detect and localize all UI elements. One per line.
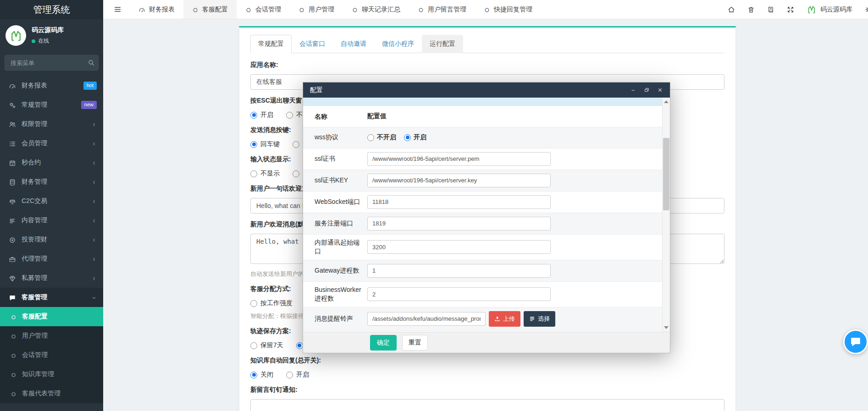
tab-general-config[interactable]: 常规配置 — [250, 35, 292, 53]
scroll-down-icon[interactable] — [664, 326, 669, 329]
businessworker-process-input[interactable] — [367, 287, 551, 301]
customer-service-submenu: 客服配置 用户管理 会话管理 知识库管理 客服代表管理 — [0, 307, 103, 403]
list-icon — [8, 139, 17, 147]
wss-off-radio[interactable]: 不开启 — [367, 133, 396, 142]
tab-auto-invite[interactable]: 自动邀请 — [333, 35, 374, 53]
sidebar-item-general-manage[interactable]: 常规管理 new — [0, 95, 103, 115]
kb-on-radio[interactable]: 开启 — [286, 371, 309, 379]
sidebar-toggle-button[interactable] — [103, 0, 130, 19]
sidebar-item-session-manage[interactable]: 会话管理 — [0, 345, 103, 365]
reset-button[interactable]: 重置 — [402, 335, 428, 351]
tab-run-config[interactable]: 运行配置 — [422, 35, 463, 53]
message-sound-input[interactable] — [367, 312, 486, 326]
sidebar-item-c2c-trade[interactable]: C2C交易 — [0, 192, 103, 211]
sidebar-item-seconds-contract[interactable]: 秒合约 — [0, 153, 103, 172]
chevron-left-icon — [91, 159, 97, 166]
modal-scrollbar[interactable] — [662, 98, 670, 332]
navtab-finance-report[interactable]: 财务报表 — [130, 0, 183, 19]
chevron-left-icon — [91, 236, 97, 243]
tab-session-window[interactable]: 会话窗口 — [292, 35, 333, 53]
esc-on-radio[interactable]: 开启 — [250, 111, 273, 119]
calendar-icon — [8, 159, 17, 166]
navtab-kefu-config[interactable]: 客服配置 — [183, 0, 237, 19]
scrollbar-thumb[interactable] — [663, 138, 669, 210]
modal-config-table: 名称 配置值 wss协议 不开启 开启 ssl证书 ssl证书KEY WebSo… — [303, 106, 662, 332]
sidebar-menu: 财务报表 hot 常规管理 new 权限管理 会员管理 秒合约 财务管理 — [0, 76, 103, 403]
sidebar-item-permission-manage[interactable]: 权限管理 — [0, 115, 103, 134]
sidebar-item-finance-manage[interactable]: 财务管理 — [0, 172, 103, 192]
gear-icon[interactable] — [865, 5, 868, 13]
menu-search-input[interactable] — [5, 55, 99, 71]
gateway-process-input[interactable] — [367, 264, 551, 278]
hot-badge: hot — [83, 82, 97, 89]
table-row: BusinessWorker进程数 — [303, 281, 662, 307]
wss-on-radio[interactable]: 开启 — [404, 133, 426, 142]
sidebar-item-agent-rep-manage[interactable]: 客服代表管理 — [0, 384, 103, 403]
log-book-icon[interactable] — [767, 5, 774, 13]
chevron-left-icon — [91, 217, 97, 224]
choose-button[interactable]: 选择 — [524, 311, 555, 327]
table-row: ssl证书KEY — [303, 170, 662, 191]
close-icon[interactable] — [657, 87, 663, 93]
minimize-icon[interactable] — [630, 87, 636, 93]
brand-link[interactable]: 码云源码库 — [807, 5, 852, 15]
sidebar-item-customer-service[interactable]: 客服管理 — [0, 288, 103, 307]
internal-port-input[interactable] — [367, 240, 551, 254]
circle-icon — [352, 5, 358, 13]
circle-icon — [9, 351, 17, 359]
user-status: 在线 — [38, 37, 49, 45]
gauge-icon — [138, 5, 145, 13]
ssl-key-input[interactable] — [367, 174, 551, 187]
modal-header[interactable]: 配置 — [303, 82, 670, 98]
upload-button[interactable]: 上传 — [489, 311, 520, 327]
navtab-session-manage[interactable]: 会话管理 — [237, 0, 290, 19]
sidebar-item-content-manage[interactable]: 内容管理 — [0, 211, 103, 230]
sidebar-item-private-fund[interactable]: 私募管理 — [0, 269, 103, 288]
dingtalk-notify-textarea[interactable] — [250, 399, 724, 411]
chat-bubble-icon — [850, 336, 862, 348]
scales-icon — [8, 197, 17, 205]
ssl-cert-input[interactable] — [367, 152, 551, 166]
list-icon — [529, 316, 535, 322]
table-row: 消息提醒铃声 上传 选择 — [303, 307, 662, 330]
chevron-left-icon — [91, 178, 97, 186]
scroll-up-icon[interactable] — [664, 100, 669, 103]
navtab-user-message-manage[interactable]: 用户留言管理 — [409, 0, 475, 19]
sidebar-item-investment[interactable]: 投资理财 — [0, 230, 103, 249]
sidebar-item-user-manage[interactable]: 用户管理 — [0, 326, 103, 345]
config-tabbar: 常规配置 会话窗口 自动邀请 微信小程序 运行配置 — [250, 35, 724, 53]
home-icon[interactable] — [728, 5, 735, 13]
config-modal: 配置 名称 配置值 wss协议 不开启 开启 ssl证书 — [303, 82, 670, 353]
floating-chat-button[interactable] — [843, 329, 868, 354]
assign-workload-radio[interactable]: 按工作强度 — [250, 299, 293, 307]
sidebar-item-kefu-config[interactable]: 客服配置 — [0, 307, 103, 326]
search-icon[interactable] — [88, 59, 95, 66]
confirm-button[interactable]: 确定 — [370, 335, 397, 351]
websocket-port-input[interactable] — [367, 195, 551, 209]
table-row: 内部通讯起始端口 — [303, 234, 662, 260]
typing-hide-radio[interactable]: 不显示 — [250, 170, 280, 178]
tab-wechat-miniprogram[interactable]: 微信小程序 — [374, 35, 422, 53]
cogs-icon — [8, 101, 17, 109]
logo-icon — [9, 29, 23, 43]
circle-icon — [9, 371, 17, 378]
modal-body: 名称 配置值 wss协议 不开启 开启 ssl证书 ssl证书KEY WebSo… — [303, 98, 670, 332]
register-port-input[interactable] — [367, 217, 551, 230]
sidebar-item-member-manage[interactable]: 会员管理 — [0, 134, 103, 153]
navtab-chat-records[interactable]: 聊天记录汇总 — [343, 0, 409, 19]
trash-icon[interactable] — [747, 5, 755, 13]
gem-icon — [8, 274, 17, 282]
lines-icon — [8, 216, 17, 224]
fullscreen-icon[interactable] — [787, 5, 794, 13]
restore-icon[interactable] — [644, 87, 650, 93]
navtab-user-manage[interactable]: 用户管理 — [290, 0, 343, 19]
send-enter-radio[interactable]: 回车键 — [250, 140, 280, 148]
kb-off-radio[interactable]: 关闭 — [250, 371, 273, 379]
sidebar-item-agent-manage[interactable]: 代理管理 — [0, 249, 103, 269]
sidebar-item-knowledge-manage[interactable]: 知识库管理 — [0, 365, 103, 384]
app-name-label: 应用名称: — [250, 61, 724, 69]
chevron-left-icon — [91, 121, 97, 128]
navtab-quick-reply-manage[interactable]: 快捷回复管理 — [475, 0, 541, 19]
sidebar-item-finance-report[interactable]: 财务报表 hot — [0, 76, 103, 95]
trace-7d-radio[interactable]: 保留7天 — [250, 341, 283, 350]
